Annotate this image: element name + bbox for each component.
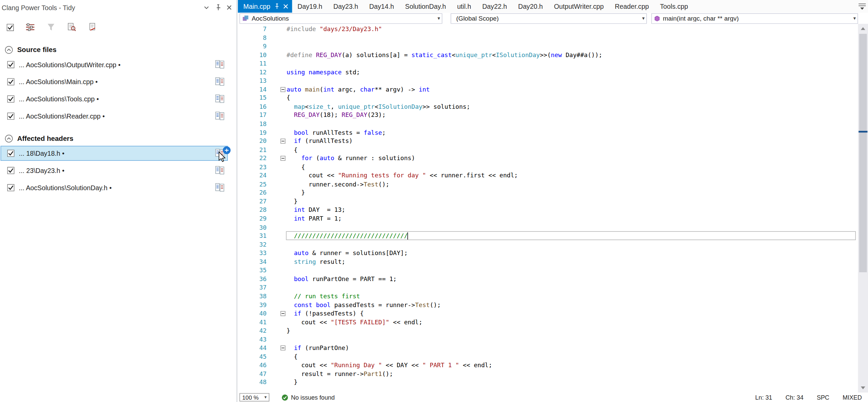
pin-icon[interactable] bbox=[215, 4, 222, 11]
tab-list-icon[interactable] bbox=[858, 3, 866, 10]
line-number: 22 bbox=[238, 154, 267, 163]
code-editor[interactable]: 7891011121314151617181920212223242526272… bbox=[238, 24, 858, 393]
checkbox[interactable] bbox=[7, 95, 14, 102]
line-number: 24 bbox=[238, 172, 267, 180]
member-dropdown[interactable]: main(int argc, char ** argv) ▾ bbox=[651, 13, 858, 24]
fold-collapse-icon[interactable] bbox=[280, 87, 286, 92]
code-line: auto & runner = solutions[DAY]; bbox=[287, 249, 858, 258]
close-icon[interactable] bbox=[283, 4, 288, 9]
checkbox[interactable] bbox=[7, 150, 14, 157]
file-row[interactable]: ... 18\Day18.h • bbox=[0, 145, 237, 162]
fold-collapse-icon[interactable] bbox=[280, 346, 286, 351]
tab-day20-h[interactable]: Day20.h bbox=[513, 0, 548, 13]
checkbox[interactable] bbox=[7, 184, 14, 191]
fold-collapse-icon[interactable] bbox=[280, 139, 286, 144]
zoom-value: 100 % bbox=[242, 394, 259, 401]
line-number: 10 bbox=[238, 51, 267, 59]
code-line: REG_DAY(18); REG_DAY(23); bbox=[287, 111, 858, 120]
editor-area: Main.cppDay19.hDay23.hDay14.hSolutionDay… bbox=[238, 0, 868, 402]
file-row[interactable]: ... AocSolutions\OutputWriter.cpp • bbox=[0, 56, 237, 73]
file-row[interactable]: ... AocSolutions\Main.cpp • bbox=[0, 73, 237, 91]
close-icon[interactable] bbox=[226, 4, 232, 10]
line-number: 39 bbox=[238, 301, 267, 309]
tab-day14-h[interactable]: Day14.h bbox=[364, 0, 400, 13]
fold-collapse-icon[interactable] bbox=[280, 156, 286, 161]
code-line: } bbox=[287, 378, 858, 387]
tab-reader-cpp[interactable]: Reader.cpp bbox=[609, 0, 654, 13]
section-header[interactable]: Source files bbox=[0, 44, 237, 56]
tab-label: Main.cpp bbox=[243, 2, 270, 10]
tab-solutionday-h[interactable]: SolutionDay.h bbox=[400, 0, 452, 13]
status-bar: 100 % ▾ No issues found Ln: 31 Ch: 34 SP… bbox=[238, 393, 868, 402]
code-line bbox=[287, 335, 858, 344]
tab-main-cpp[interactable]: Main.cpp bbox=[238, 0, 292, 13]
line-number: 7 bbox=[238, 25, 267, 34]
checkbox[interactable] bbox=[7, 61, 14, 68]
line-number: 32 bbox=[238, 241, 267, 249]
tab-tools-cpp[interactable]: Tools.cpp bbox=[654, 0, 694, 13]
tidy-check-icon[interactable] bbox=[67, 23, 77, 31]
diff-icon[interactable] bbox=[215, 60, 224, 69]
scroll-up-icon[interactable] bbox=[861, 27, 865, 30]
diff-icon[interactable] bbox=[215, 77, 224, 86]
collapse-icon[interactable] bbox=[4, 46, 13, 54]
line-number: 28 bbox=[238, 206, 267, 215]
file-row[interactable]: ... AocSolutions\Tools.cpp • bbox=[0, 91, 237, 108]
diff-icon[interactable] bbox=[215, 94, 224, 103]
code-line bbox=[287, 223, 858, 232]
checkbox[interactable] bbox=[7, 167, 14, 174]
file-row[interactable]: ... AocSolutions\Reader.cpp • bbox=[0, 107, 237, 125]
fold-collapse-icon[interactable] bbox=[280, 311, 286, 316]
ignore-file-icon[interactable] bbox=[88, 23, 97, 31]
code-line: string result; bbox=[287, 258, 858, 267]
code-line: map<size_t, unique_ptr<ISolutionDay>> so… bbox=[287, 103, 858, 111]
select-all-checkbox[interactable] bbox=[7, 24, 14, 31]
diff-icon[interactable] bbox=[215, 111, 224, 120]
caret bbox=[408, 232, 408, 240]
horizontal-scrollbar[interactable] bbox=[335, 393, 755, 402]
tab-bar: Main.cppDay19.hDay23.hDay14.hSolutionDay… bbox=[238, 0, 868, 13]
project-dropdown[interactable]: AocSolutions ▾ bbox=[240, 13, 442, 24]
pin-icon[interactable] bbox=[274, 3, 280, 9]
scrollbar-thumb[interactable] bbox=[859, 34, 867, 272]
zoom-select[interactable]: 100 % ▾ bbox=[240, 393, 270, 402]
tab-util-h[interactable]: util.h bbox=[452, 0, 477, 13]
scope-dropdown[interactable]: (Global Scope) ▾ bbox=[451, 13, 647, 24]
line-number: 44 bbox=[238, 344, 267, 353]
status-line-endings: MIXED bbox=[843, 394, 862, 401]
file-row[interactable]: ... 23\Day23.h • bbox=[0, 162, 237, 179]
code-line: if (runAllTests) bbox=[287, 137, 858, 146]
panel-title-bar: Clang Power Tools - Tidy bbox=[0, 0, 237, 15]
line-number: 47 bbox=[238, 370, 267, 379]
collapse-icon[interactable] bbox=[4, 134, 13, 143]
checkbox[interactable] bbox=[7, 78, 14, 85]
line-number: 43 bbox=[238, 335, 267, 344]
checkbox[interactable] bbox=[7, 112, 14, 120]
scroll-down-icon[interactable] bbox=[861, 386, 865, 389]
tidy-settings-icon[interactable] bbox=[26, 23, 35, 31]
file-row[interactable]: ... AocSolutions\SolutionDay.h • bbox=[0, 179, 237, 196]
project-icon bbox=[242, 15, 249, 22]
window-menu-icon[interactable] bbox=[203, 4, 210, 11]
cursor-arrow bbox=[219, 152, 225, 162]
line-number: 36 bbox=[238, 275, 267, 284]
tab-day23-h[interactable]: Day23.h bbox=[328, 0, 363, 13]
diff-icon[interactable] bbox=[215, 183, 224, 192]
status-spaces: SPC bbox=[817, 394, 829, 401]
line-number: 15 bbox=[238, 94, 267, 103]
vertical-scrollbar[interactable] bbox=[858, 24, 868, 393]
discard-fixes-icon[interactable] bbox=[47, 23, 55, 31]
code-line: /////////////////////////////// bbox=[287, 232, 858, 241]
tab-day22-h[interactable]: Day22.h bbox=[477, 0, 512, 13]
line-number: 17 bbox=[238, 111, 267, 120]
line-number: 29 bbox=[238, 215, 267, 223]
section-header[interactable]: Affected headers bbox=[0, 132, 237, 145]
tab-outputwriter-cpp[interactable]: OutputWriter.cpp bbox=[548, 0, 609, 13]
tab-strip: Main.cppDay19.hDay23.hDay14.hSolutionDay… bbox=[238, 0, 856, 13]
file-label: ... AocSolutions\Tools.cpp • bbox=[19, 95, 99, 103]
code-column[interactable]: #include "days/23/Day23.h"#define REG_DA… bbox=[286, 24, 858, 393]
tab-day19-h[interactable]: Day19.h bbox=[292, 0, 328, 13]
document-health[interactable]: No issues found bbox=[281, 394, 334, 401]
chevron-down-icon: ▾ bbox=[639, 16, 645, 21]
code-line: for (auto & runner : solutions) bbox=[287, 154, 858, 163]
